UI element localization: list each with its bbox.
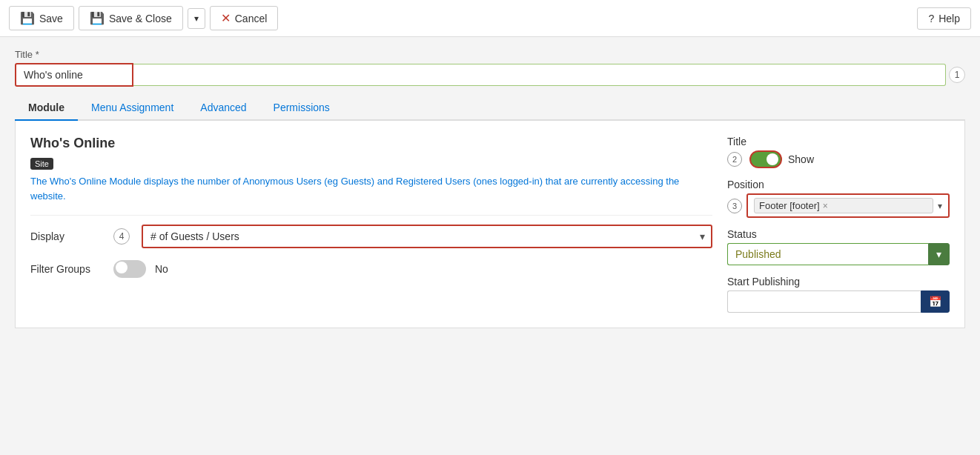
title-field-group: Title * 1 (15, 49, 965, 87)
filter-groups-value: No (155, 263, 168, 275)
help-icon: ? (928, 13, 934, 24)
title-toggle-wrapper: 2 Show (727, 150, 950, 168)
save-close-button[interactable]: 💾 Save & Close (79, 6, 183, 30)
filter-groups-label: Filter Groups (30, 263, 105, 275)
save-icon: 💾 (20, 11, 35, 25)
toolbar-right: ? Help (917, 7, 971, 30)
right-position-label: Position (727, 179, 950, 190)
right-panel: Title 2 Show Position 3 (727, 136, 950, 313)
status-select-wrapper: ▾ (727, 243, 950, 265)
display-select[interactable]: # of Guests / Users # of Guests # of Use… (142, 225, 712, 248)
title-label: Title * (15, 49, 965, 60)
start-publishing-input[interactable] (727, 290, 921, 313)
right-status-label: Status (727, 228, 950, 240)
title-show-label: Show (788, 153, 814, 165)
status-input[interactable] (727, 243, 928, 265)
cancel-button[interactable]: ✕ Cancel (210, 6, 279, 30)
start-publishing-calendar-button[interactable]: 📅 (921, 290, 950, 313)
tab-menu-assignment[interactable]: Menu Assignment (78, 96, 187, 121)
save-dropdown-button[interactable]: ▾ (188, 8, 205, 29)
save-close-icon: 💾 (90, 11, 105, 25)
right-title-label: Title (727, 136, 950, 147)
title-input-rest[interactable] (133, 64, 946, 86)
start-pub-wrapper: 📅 (727, 290, 950, 313)
module-description: The Who's Online Module displays the num… (30, 174, 712, 203)
title-show-toggle[interactable] (749, 150, 782, 168)
status-dropdown-button[interactable]: ▾ (928, 243, 950, 265)
filter-groups-row: Filter Groups No (30, 260, 712, 278)
position-chevron-icon[interactable]: ▾ (938, 201, 942, 211)
help-button[interactable]: ? Help (917, 7, 971, 30)
step-3-badge: 3 (727, 199, 742, 213)
tab-advanced[interactable]: Advanced (187, 96, 259, 121)
right-title-section: Title 2 Show (727, 136, 950, 168)
display-row: Display 4 # of Guests / Users # of Guest… (30, 225, 712, 248)
right-status-section: Status ▾ (727, 228, 950, 265)
right-start-publishing-label: Start Publishing (727, 276, 950, 288)
step-4-badge: 4 (113, 228, 130, 245)
toolbar: 💾 Save 💾 Save & Close ▾ ✕ Cancel ? Help (0, 0, 980, 37)
position-row: 3 Footer [footer] × ▾ (727, 193, 950, 218)
right-start-publishing-section: Start Publishing 📅 (727, 276, 950, 313)
display-select-wrapper: # of Guests / Users # of Guests # of Use… (142, 225, 712, 248)
tab-content: Who's Online Site The Who's Online Modul… (15, 121, 965, 328)
main-content: Title * 1 Module Menu Assignment Advance… (0, 37, 980, 340)
step-2-badge: 2 (727, 152, 742, 167)
col-right: Title 2 Show Position 3 (727, 136, 950, 313)
right-position-section: Position 3 Footer [footer] × ▾ (727, 179, 950, 218)
col-left: Who's Online Site The Who's Online Modul… (30, 136, 712, 313)
position-tag: Footer [footer] × (754, 198, 933, 213)
divider (30, 215, 712, 216)
display-label: Display (30, 230, 105, 242)
module-heading: Who's Online (30, 136, 712, 151)
cancel-icon: ✕ (221, 11, 231, 25)
tab-module[interactable]: Module (15, 96, 78, 121)
tabs-container: Module Menu Assignment Advanced Permissi… (15, 96, 965, 328)
title-row: 1 (15, 63, 965, 87)
position-select-wrapper[interactable]: Footer [footer] × ▾ (746, 193, 950, 218)
tab-permissions[interactable]: Permissions (260, 96, 343, 121)
save-button[interactable]: 💾 Save (9, 6, 74, 30)
title-input-highlighted[interactable] (15, 63, 133, 87)
step-1-badge: 1 (949, 67, 965, 83)
position-value: Footer [footer] (759, 200, 820, 211)
tabs: Module Menu Assignment Advanced Permissi… (15, 96, 965, 121)
site-badge: Site (30, 158, 53, 170)
filter-groups-toggle[interactable] (113, 260, 146, 278)
position-clear-icon[interactable]: × (823, 201, 828, 211)
